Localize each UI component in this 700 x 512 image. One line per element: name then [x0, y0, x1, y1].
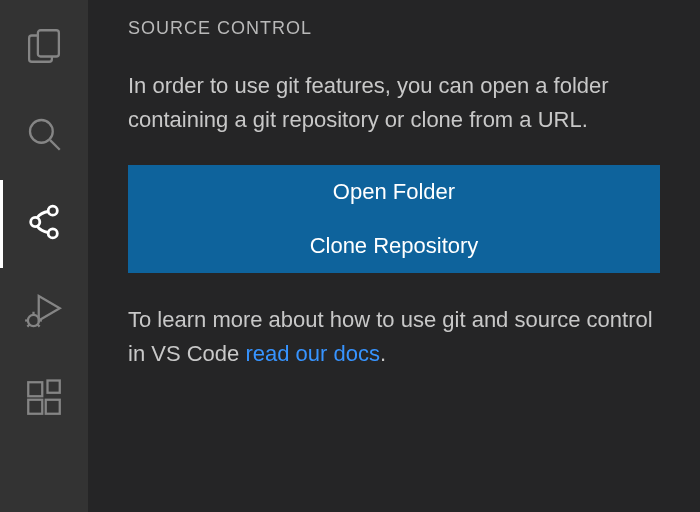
- source-control-icon: [23, 201, 65, 247]
- svg-point-7: [28, 315, 39, 326]
- svg-rect-13: [28, 382, 42, 396]
- explorer-icon: [23, 25, 65, 71]
- svg-point-3: [48, 206, 57, 215]
- svg-rect-14: [28, 400, 42, 414]
- learn-prefix: To learn more about how to use git and s…: [128, 307, 653, 366]
- activity-bar: [0, 0, 88, 512]
- source-control-panel: SOURCE CONTROL In order to use git featu…: [88, 0, 700, 512]
- read-our-docs-link[interactable]: read our docs: [245, 341, 380, 366]
- extensions-icon: [23, 377, 65, 423]
- panel-description: In order to use git features, you can op…: [128, 69, 660, 137]
- learn-suffix: .: [380, 341, 386, 366]
- panel-body: In order to use git features, you can op…: [88, 69, 700, 371]
- svg-point-5: [48, 229, 57, 238]
- run-debug-icon: [23, 289, 65, 335]
- activity-explorer[interactable]: [0, 4, 88, 92]
- button-group: Open Folder Clone Repository: [128, 165, 660, 273]
- svg-line-2: [50, 140, 60, 150]
- activity-search[interactable]: [0, 92, 88, 180]
- svg-line-12: [38, 325, 40, 327]
- activity-source-control[interactable]: [0, 180, 88, 268]
- svg-line-11: [27, 325, 29, 327]
- svg-rect-15: [46, 400, 60, 414]
- panel-title: SOURCE CONTROL: [88, 18, 700, 69]
- activity-extensions[interactable]: [0, 356, 88, 444]
- svg-marker-6: [39, 296, 60, 321]
- svg-point-4: [31, 217, 40, 226]
- svg-rect-16: [48, 381, 60, 393]
- activity-run-debug[interactable]: [0, 268, 88, 356]
- learn-more-text: To learn more about how to use git and s…: [128, 303, 660, 371]
- search-icon: [23, 113, 65, 159]
- svg-point-1: [30, 120, 53, 143]
- svg-rect-0: [38, 30, 59, 56]
- open-folder-button[interactable]: Open Folder: [128, 165, 660, 219]
- clone-repository-button[interactable]: Clone Repository: [128, 219, 660, 273]
